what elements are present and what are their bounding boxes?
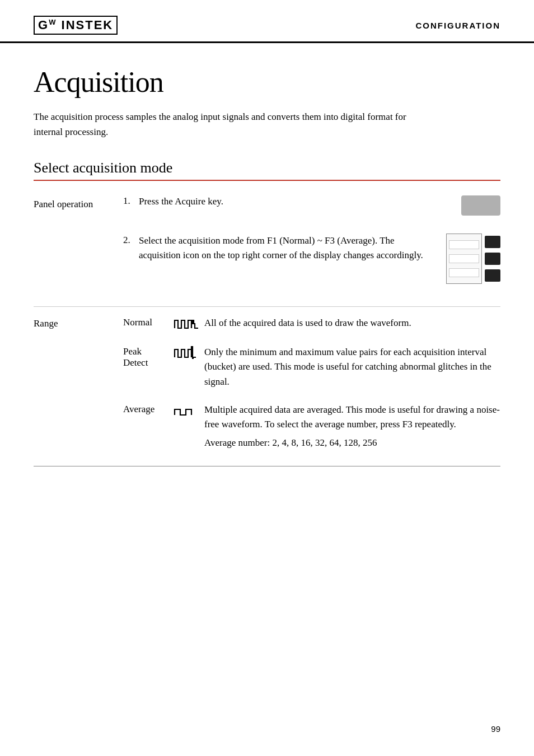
peak-waveform-svg (174, 345, 199, 361)
range-label: Range (34, 316, 123, 455)
bottom-divider (34, 466, 500, 466)
svg-rect-0 (192, 357, 194, 359)
f2-button-illustration (485, 253, 500, 265)
screen-line-2 (449, 254, 479, 263)
range-content: Normal All of the acquired data is used … (123, 316, 500, 455)
range-desc-average-container: Multiple acquired data are averaged. Thi… (204, 403, 500, 450)
section-label: CONFIGURATION (415, 21, 500, 30)
fkey-buttons-illustration (485, 234, 500, 284)
step-1-visual (461, 195, 500, 216)
page-title: Acquisition (34, 66, 500, 99)
f3-button-illustration (485, 269, 500, 282)
average-waveform-icon (174, 403, 204, 418)
step-2-content-area: Select the acquisition mode from F1 (Nor… (139, 234, 500, 284)
step-2-panel-illustration (446, 234, 500, 284)
range-section: Range Normal All of the acquired data is… (34, 316, 500, 455)
step-1-number: 1. (123, 194, 139, 207)
step-1: 1. Press the Acquire key. (123, 194, 500, 216)
average-waveform-svg (174, 403, 194, 418)
logo: GW INSTEK (34, 16, 118, 35)
screen-line-3 (449, 268, 479, 277)
step-2-text: Select the acquisition mode from F1 (Nor… (139, 234, 437, 263)
steps-area: 1. Press the Acquire key. 2. Select the … (123, 194, 500, 302)
step-1-text: Press the Acquire key. (139, 194, 444, 209)
panel-range-divider (34, 306, 500, 307)
range-sub-average: Average number: 2, 4, 8, 16, 32, 64, 128… (204, 436, 500, 450)
range-desc-normal: All of the acquired data is used to draw… (204, 316, 500, 330)
range-desc-peak: Only the minimum and maximum value pairs… (204, 345, 500, 389)
peak-detect-waveform-icon (174, 345, 204, 361)
range-name-peak: PeakDetect (123, 345, 174, 368)
intro-text: The acquisition process samples the anal… (34, 110, 414, 139)
display-screen-illustration (446, 234, 482, 284)
range-item-average: Average Multiple acquired data are avera… (123, 403, 500, 450)
section-divider (34, 180, 500, 181)
screen-line-1 (449, 240, 479, 249)
range-item-normal: Normal All of the acquired data is used … (123, 316, 500, 332)
range-name-average: Average (123, 403, 174, 415)
range-item-peak: PeakDetect Only the minimum and maximum … (123, 345, 500, 389)
panel-operation-label: Panel operation (34, 194, 123, 302)
normal-waveform-svg (174, 316, 199, 332)
acquire-key-button-image (461, 195, 500, 216)
logo-text: GW INSTEK (38, 18, 113, 32)
step-2: 2. Select the acquisition mode from F1 (… (123, 234, 500, 284)
step-2-number: 2. (123, 234, 139, 246)
main-content: Acquisition The acquisition process samp… (0, 43, 534, 489)
page: GW INSTEK CONFIGURATION Acquisition The … (0, 0, 534, 756)
range-name-normal: Normal (123, 316, 174, 328)
panel-operation-row: Panel operation 1. Press the Acquire key… (34, 194, 500, 302)
f1-button-illustration (485, 236, 500, 248)
range-desc-average: Multiple acquired data are averaged. Thi… (204, 403, 500, 432)
normal-waveform-icon (174, 316, 204, 332)
page-number: 99 (491, 724, 500, 734)
section-heading: Select acquisition mode (34, 160, 500, 176)
page-header: GW INSTEK CONFIGURATION (0, 0, 534, 43)
